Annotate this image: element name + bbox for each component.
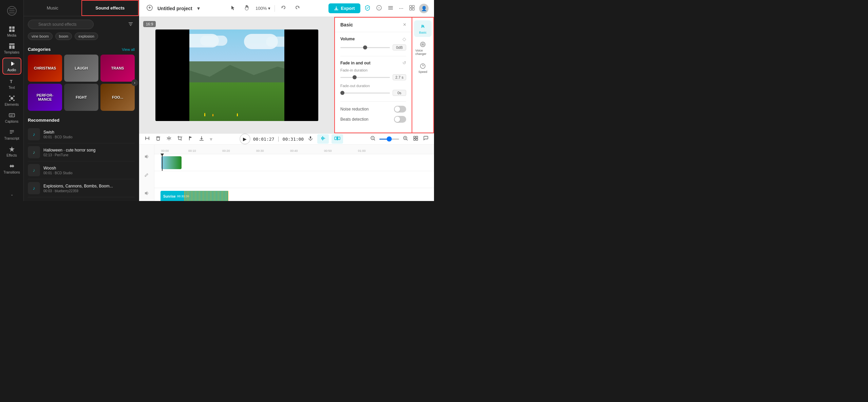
beats-detection-toggle[interactable] — [394, 116, 406, 123]
volume-reset-button[interactable]: ◇ — [402, 36, 406, 42]
fade-out-slider[interactable] — [340, 93, 390, 94]
sidebar-item-transitions[interactable]: Transitions — [2, 161, 21, 176]
topbar-center: 100% ▾ — [206, 4, 325, 13]
flag-button[interactable] — [187, 134, 195, 144]
more-options-button[interactable]: ··· — [398, 4, 405, 13]
search-input[interactable] — [28, 20, 94, 29]
tag-vine-boom[interactable]: vine boom — [28, 33, 53, 40]
hand-tool-button[interactable] — [242, 4, 251, 13]
right-icon-voice-changer[interactable]: Voice changer — [414, 38, 432, 58]
project-dropdown-button[interactable]: ▾ — [195, 4, 202, 13]
split-clip-button[interactable] — [332, 134, 343, 144]
fade-reset-button[interactable]: ↺ — [402, 60, 406, 65]
zoom-control[interactable]: 100% ▾ — [256, 6, 270, 11]
category-fight[interactable]: FIGHT — [64, 84, 98, 111]
topbar-right: Export ? ··· — [328, 3, 429, 14]
menu-list-button[interactable] — [386, 3, 395, 14]
svg-rect-29 — [246, 5, 247, 7]
track-content: 00:00 00:10 00:20 00:30 00:40 00:50 01:0… — [154, 145, 434, 201]
sidebar-item-transcript[interactable]: Transcript — [2, 127, 21, 142]
sidebar-item-media[interactable]: Media — [2, 24, 21, 39]
audio-clip[interactable]: Sunrise 00:31:00 — [161, 191, 228, 201]
category-laugh[interactable]: LAUGH — [64, 55, 98, 82]
svg-rect-17 — [9, 114, 15, 117]
zoom-out-button[interactable] — [369, 134, 377, 144]
scroll-right-button[interactable]: › — [131, 79, 138, 86]
category-food[interactable]: FOO... — [100, 84, 135, 111]
export-icon — [334, 6, 339, 11]
play-button[interactable]: ▶ — [240, 134, 250, 144]
comment-icon — [423, 136, 429, 141]
media-icon — [8, 26, 15, 33]
sound-meta-explosions: 00:03 · blueberry22359 — [43, 189, 135, 193]
volume-slider[interactable] — [340, 47, 390, 48]
right-panel-close-button[interactable]: × — [403, 22, 406, 28]
layout-button[interactable] — [408, 3, 416, 14]
svg-marker-83 — [145, 191, 147, 195]
split-button[interactable] — [165, 134, 173, 144]
sidebar-item-templates[interactable]: Templates — [2, 41, 21, 56]
comment-button[interactable] — [422, 134, 430, 144]
video-clip[interactable] — [161, 156, 182, 169]
right-icon-speed[interactable]: Speed — [414, 60, 432, 76]
export-button[interactable]: Export — [328, 3, 360, 13]
fit-icon — [413, 136, 418, 141]
sidebar-collapse-btn[interactable]: ⌄ — [2, 190, 21, 198]
audio-waveform-button[interactable] — [317, 134, 329, 144]
view-all-button[interactable]: View all — [122, 47, 135, 52]
cursor-tool-button[interactable] — [228, 4, 238, 13]
zoom-in-button[interactable] — [401, 134, 410, 144]
sidebar-item-audio[interactable]: Audio — [2, 58, 21, 75]
filter-button[interactable] — [127, 20, 135, 29]
fade-in-slider[interactable] — [340, 77, 390, 78]
video-frame — [155, 29, 318, 121]
svg-point-14 — [13, 96, 15, 97]
svg-point-16 — [13, 100, 15, 101]
sound-item-woosh[interactable]: ♪ Woosh 00:01 · BCD Studio — [28, 161, 135, 179]
category-trans[interactable]: TRANS — [100, 55, 135, 82]
category-christmas[interactable]: CHRISTMAS — [28, 55, 62, 82]
delete-button[interactable] — [154, 134, 162, 144]
category-performance[interactable]: PERFOR- MANCE — [28, 84, 62, 111]
help-button[interactable]: ? — [375, 3, 383, 14]
sound-item-halloween[interactable]: ♪ Halloween · cute horror song 02:13 · P… — [28, 143, 135, 161]
crop-button[interactable] — [176, 134, 184, 144]
undo-icon — [281, 5, 286, 11]
redo-button[interactable] — [293, 4, 302, 13]
fit-timeline-button[interactable] — [412, 134, 420, 144]
shield-button[interactable] — [363, 3, 372, 14]
sidebar-item-effects[interactable]: Effects — [2, 144, 21, 159]
download-icon — [199, 136, 204, 141]
sidebar-item-text[interactable]: T Text — [2, 76, 21, 92]
split-clip-icon — [334, 136, 340, 141]
sound-name-swish: Swish — [43, 130, 135, 135]
track-labels — [139, 145, 154, 201]
undo-button[interactable] — [279, 4, 288, 13]
sound-item-swish[interactable]: ♪ Swish 00:01 · BCD Studio — [28, 125, 135, 143]
avatar[interactable]: 👤 — [419, 4, 429, 13]
sidebar-item-captions[interactable]: Captions — [2, 110, 21, 125]
menu-list-icon — [388, 5, 394, 11]
upload-button[interactable] — [145, 3, 155, 14]
mic-button[interactable] — [306, 134, 315, 144]
voice-changer-icon — [419, 41, 426, 48]
layout-icon — [409, 5, 415, 11]
svg-line-72 — [374, 139, 375, 140]
timeline-zoom-slider[interactable] — [379, 139, 399, 140]
right-icon-basic[interactable]: Basic — [414, 20, 432, 37]
noise-reduction-toggle[interactable] — [394, 106, 406, 113]
project-name: Untitled project — [157, 6, 192, 11]
sound-item-explosions[interactable]: ♪ Explosions, Cannons, Bombs, Boom... 00… — [28, 179, 135, 197]
sidebar-item-elements[interactable]: Elements — [2, 93, 21, 108]
download-button[interactable] — [197, 134, 206, 144]
trim-button[interactable] — [143, 134, 151, 144]
svg-text:?: ? — [378, 6, 380, 10]
tab-sound-effects[interactable]: Sound effects — [81, 0, 139, 16]
tab-music[interactable]: Music — [24, 0, 81, 16]
tag-explosion[interactable]: explosion — [75, 33, 98, 40]
noise-reduction-row: Noise reduction — [340, 106, 406, 113]
tag-boom[interactable]: boom — [55, 33, 72, 40]
zoom-in-icon — [403, 136, 408, 141]
elements-icon — [8, 95, 15, 102]
recommended-header: Recommended — [28, 114, 135, 125]
